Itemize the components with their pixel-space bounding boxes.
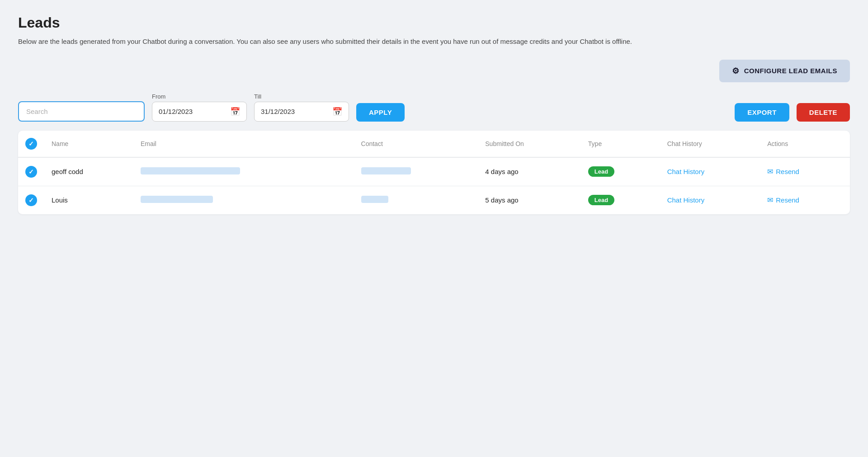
leads-table: Name Email Contact Submitted On Type Cha… (18, 131, 850, 214)
col-header-name: Name (44, 131, 133, 157)
select-all-checkbox[interactable] (25, 138, 37, 150)
till-date-input[interactable]: 31/12/2023 📅 (254, 102, 349, 122)
row-email (133, 186, 354, 214)
till-date-value: 31/12/2023 (261, 108, 328, 115)
top-actions-bar: ⚙ CONFIGURE LEAD EMAILS (18, 60, 850, 82)
page-title: Leads (18, 14, 850, 31)
till-label: Till (254, 93, 349, 100)
table-header-row: Name Email Contact Submitted On Type Cha… (18, 131, 850, 157)
search-wrapper (18, 101, 145, 122)
header-checkbox-cell[interactable] (18, 131, 44, 157)
resend-button[interactable]: ✉ Resend (767, 167, 843, 176)
row-submitted: 5 days ago (478, 186, 581, 214)
row-checkbox[interactable] (25, 194, 37, 206)
delete-button[interactable]: DELETE (797, 103, 850, 122)
row-chat-history[interactable]: Chat History (660, 186, 760, 214)
row-actions: ✉ Resend (760, 186, 850, 214)
export-button[interactable]: EXPORT (735, 103, 789, 122)
table-row: Louis5 days agoLeadChat History✉ Resend (18, 186, 850, 214)
row-name: geoff codd (44, 157, 133, 186)
row-type: Lead (581, 157, 660, 186)
chat-history-link[interactable]: Chat History (667, 196, 705, 204)
gear-icon: ⚙ (732, 66, 740, 76)
chat-history-link[interactable]: Chat History (667, 168, 705, 175)
row-name: Louis (44, 186, 133, 214)
page-description: Below are the leads generated from your … (18, 37, 651, 47)
envelope-icon: ✉ (767, 196, 773, 204)
row-contact (354, 186, 478, 214)
till-date-group: Till 31/12/2023 📅 (254, 93, 349, 122)
row-actions: ✉ Resend (760, 157, 850, 186)
row-checkbox-cell[interactable] (18, 157, 44, 186)
col-header-submitted: Submitted On (478, 131, 581, 157)
lead-type-badge: Lead (588, 166, 614, 177)
row-checkbox-cell[interactable] (18, 186, 44, 214)
from-date-value: 01/12/2023 (159, 108, 226, 115)
apply-button[interactable]: APPLY (356, 103, 405, 122)
calendar-from-icon[interactable]: 📅 (230, 107, 240, 117)
envelope-icon: ✉ (767, 167, 773, 176)
table-row: geoff codd4 days agoLeadChat History✉ Re… (18, 157, 850, 186)
col-header-email: Email (133, 131, 354, 157)
row-type: Lead (581, 186, 660, 214)
from-date-input[interactable]: 01/12/2023 📅 (152, 102, 247, 122)
resend-button[interactable]: ✉ Resend (767, 196, 843, 204)
calendar-till-icon[interactable]: 📅 (332, 107, 342, 117)
search-input[interactable] (18, 101, 145, 122)
row-contact (354, 157, 478, 186)
row-checkbox[interactable] (25, 166, 37, 178)
configure-lead-emails-button[interactable]: ⚙ CONFIGURE LEAD EMAILS (719, 60, 850, 82)
row-chat-history[interactable]: Chat History (660, 157, 760, 186)
col-header-actions: Actions (760, 131, 850, 157)
col-header-chat-history: Chat History (660, 131, 760, 157)
from-date-group: From 01/12/2023 📅 (152, 93, 247, 122)
col-header-type: Type (581, 131, 660, 157)
from-label: From (152, 93, 247, 100)
row-email (133, 157, 354, 186)
filters-row: From 01/12/2023 📅 Till 31/12/2023 📅 APPL… (18, 93, 850, 122)
lead-type-badge: Lead (588, 195, 614, 205)
row-submitted: 4 days ago (478, 157, 581, 186)
leads-table-container: Name Email Contact Submitted On Type Cha… (18, 131, 850, 214)
col-header-contact: Contact (354, 131, 478, 157)
